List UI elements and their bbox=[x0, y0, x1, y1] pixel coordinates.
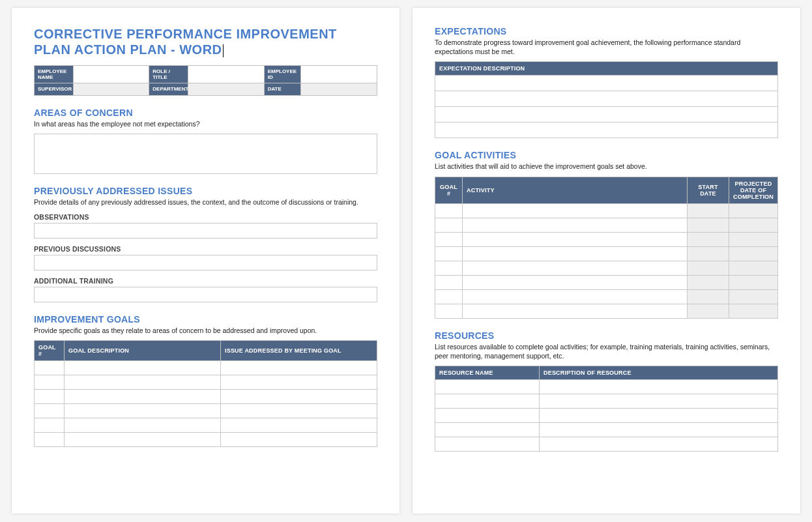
table-cell[interactable] bbox=[221, 433, 377, 447]
table-cell[interactable] bbox=[435, 218, 463, 232]
table-cell[interactable] bbox=[65, 390, 221, 404]
table-cell[interactable] bbox=[540, 437, 778, 451]
table-cell[interactable] bbox=[435, 123, 778, 138]
table-cell[interactable] bbox=[435, 437, 540, 451]
table-cell[interactable] bbox=[65, 433, 221, 447]
heading-goals: IMPROVEMENT GOALS bbox=[34, 314, 377, 325]
table-cell[interactable] bbox=[35, 404, 65, 418]
table-cell[interactable] bbox=[729, 203, 778, 218]
table-cell[interactable] bbox=[688, 246, 729, 261]
table-cell[interactable] bbox=[221, 361, 377, 375]
th-res-desc: DESCRIPTION OF RESOURCE bbox=[540, 366, 778, 379]
table-cell[interactable] bbox=[463, 246, 688, 261]
table-cell[interactable] bbox=[435, 76, 778, 91]
table-cell[interactable] bbox=[221, 390, 377, 404]
table-cell[interactable] bbox=[463, 304, 688, 318]
field-department[interactable] bbox=[188, 83, 264, 94]
table-cell[interactable] bbox=[540, 394, 778, 408]
table-cell[interactable] bbox=[688, 304, 729, 318]
table-cell[interactable] bbox=[221, 375, 377, 390]
th-ga-start: START DATE bbox=[688, 177, 729, 203]
table-cell[interactable] bbox=[540, 408, 778, 422]
table-cell[interactable] bbox=[729, 289, 778, 304]
table-cell[interactable] bbox=[435, 379, 540, 394]
table-cell[interactable] bbox=[35, 433, 65, 447]
heading-resources: RESOURCES bbox=[435, 330, 778, 341]
table-cell[interactable] bbox=[688, 203, 729, 218]
table-cell[interactable] bbox=[435, 275, 463, 289]
table-cell[interactable] bbox=[463, 261, 688, 275]
table-cell[interactable] bbox=[688, 289, 729, 304]
table-cell[interactable] bbox=[35, 375, 65, 390]
discussions-textbox[interactable] bbox=[34, 255, 377, 270]
title-text: CORRECTIVE PERFORMANCE IMPROVEMENT PLAN … bbox=[34, 27, 337, 57]
employee-info-grid: EMPLOYEE NAME ROLE / TITLE EMPLOYEE ID S… bbox=[34, 65, 377, 96]
table-cell[interactable] bbox=[729, 232, 778, 246]
label-employee-id: EMPLOYEE ID bbox=[265, 66, 301, 83]
th-goal-num: GOAL # bbox=[35, 341, 65, 361]
table-cell[interactable] bbox=[688, 261, 729, 275]
desc-activities: List activities that will aid to achieve… bbox=[435, 162, 778, 171]
th-exp-desc: EXPECTATION DESCRIPTION bbox=[435, 62, 778, 76]
table-cell[interactable] bbox=[221, 418, 377, 433]
table-cell[interactable] bbox=[435, 91, 778, 107]
table-cell[interactable] bbox=[435, 422, 540, 437]
field-supervisor[interactable] bbox=[74, 83, 149, 94]
field-employee-id[interactable] bbox=[301, 66, 377, 83]
table-cell[interactable] bbox=[688, 275, 729, 289]
field-date[interactable] bbox=[301, 83, 377, 94]
th-goal-issue: ISSUE ADDRESSED BY MEETING GOAL bbox=[221, 341, 377, 361]
goal-activities-table: GOAL # ACTIVITY START DATE PROJECTED DAT… bbox=[435, 177, 778, 319]
table-cell[interactable] bbox=[729, 275, 778, 289]
table-cell[interactable] bbox=[435, 107, 778, 123]
table-cell[interactable] bbox=[435, 246, 463, 261]
table-cell[interactable] bbox=[35, 390, 65, 404]
observations-textbox[interactable] bbox=[34, 223, 377, 239]
table-cell[interactable] bbox=[540, 379, 778, 394]
table-cell[interactable] bbox=[729, 218, 778, 232]
table-cell[interactable] bbox=[463, 203, 688, 218]
table-cell[interactable] bbox=[65, 375, 221, 390]
label-observations: OBSERVATIONS bbox=[34, 213, 377, 221]
heading-activities: GOAL ACTIVITIES bbox=[435, 150, 778, 160]
heading-prev: PREVIOUSLY ADDRESSED ISSUES bbox=[34, 186, 377, 196]
desc-expectations: To demonstrate progress toward improveme… bbox=[435, 38, 778, 56]
table-cell[interactable] bbox=[729, 304, 778, 318]
desc-resources: List resources available to complete goa… bbox=[435, 342, 778, 360]
table-cell[interactable] bbox=[463, 275, 688, 289]
label-employee-name: EMPLOYEE NAME bbox=[35, 66, 74, 83]
training-textbox[interactable] bbox=[34, 287, 377, 302]
table-cell[interactable] bbox=[463, 289, 688, 304]
table-cell[interactable] bbox=[688, 232, 729, 246]
label-supervisor: SUPERVISOR bbox=[35, 83, 74, 94]
table-cell[interactable] bbox=[540, 422, 778, 437]
th-ga-num: GOAL # bbox=[435, 177, 463, 203]
table-cell[interactable] bbox=[435, 304, 463, 318]
table-cell[interactable] bbox=[221, 404, 377, 418]
table-cell[interactable] bbox=[435, 261, 463, 275]
table-cell[interactable] bbox=[65, 361, 221, 375]
label-department: DEPARTMENT bbox=[149, 83, 188, 94]
table-cell[interactable] bbox=[435, 394, 540, 408]
table-cell[interactable] bbox=[65, 418, 221, 433]
table-cell[interactable] bbox=[435, 232, 463, 246]
heading-areas: AREAS OF CONCERN bbox=[34, 108, 377, 118]
table-cell[interactable] bbox=[435, 203, 463, 218]
desc-areas: In what areas has the employee not met e… bbox=[34, 119, 377, 128]
areas-textbox[interactable] bbox=[34, 134, 377, 174]
table-cell[interactable] bbox=[729, 246, 778, 261]
improvement-goals-table: GOAL # GOAL DESCRIPTION ISSUE ADDRESSED … bbox=[34, 340, 377, 447]
table-cell[interactable] bbox=[65, 404, 221, 418]
table-cell[interactable] bbox=[35, 361, 65, 375]
table-cell[interactable] bbox=[729, 261, 778, 275]
field-role[interactable] bbox=[188, 66, 264, 83]
table-cell[interactable] bbox=[463, 218, 688, 232]
table-cell[interactable] bbox=[463, 232, 688, 246]
table-cell[interactable] bbox=[435, 408, 540, 422]
label-role: ROLE / TITLE bbox=[149, 66, 188, 83]
table-cell[interactable] bbox=[35, 418, 65, 433]
desc-goals: Provide specific goals as they relate to… bbox=[34, 326, 377, 335]
table-cell[interactable] bbox=[435, 289, 463, 304]
table-cell[interactable] bbox=[688, 218, 729, 232]
field-employee-name[interactable] bbox=[74, 66, 149, 83]
